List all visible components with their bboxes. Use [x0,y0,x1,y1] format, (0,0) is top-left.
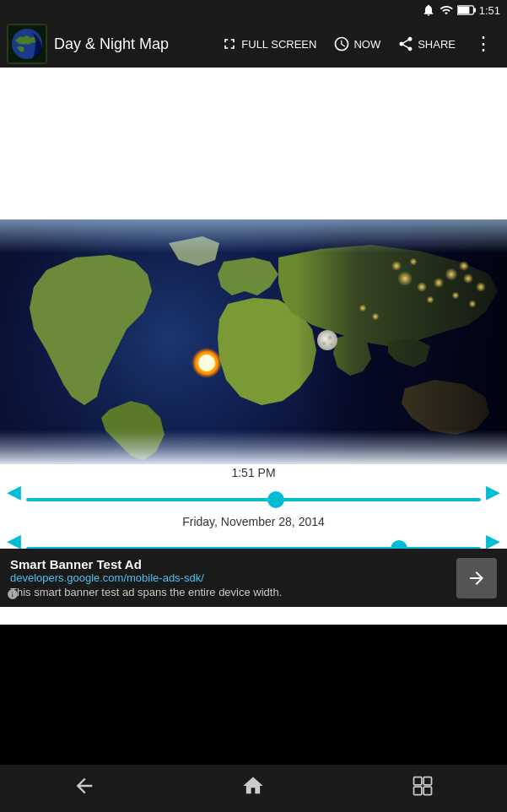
more-options-button[interactable]: ⋮ [467,30,500,58]
battery-icon [457,4,476,16]
earth-canvas [0,219,507,464]
time-slider-row: 1:51 PM ◀ ▶ [0,464,507,506]
clock-icon [333,35,350,52]
svg-rect-2 [458,7,470,14]
arrow-right-icon [467,568,487,588]
svg-rect-7 [413,787,421,794]
svg-rect-6 [423,777,431,785]
home-icon [241,774,265,798]
controls-area: 1:51 PM ◀ ▶ Friday, November 28, 2014 ◀ … [0,464,507,560]
status-bar: 1:51 [0,0,507,20]
now-label: NOW [353,38,380,51]
home-button[interactable] [221,767,285,809]
nav-bar [0,765,507,812]
app-icon [7,24,47,64]
fullscreen-icon [221,35,238,52]
banner-title: Smart Banner Test Ad [10,557,448,571]
fullscreen-button[interactable]: FULL SCREEN [216,32,321,56]
svg-rect-5 [413,777,421,785]
recent-apps-icon [411,774,434,798]
info-icon [7,588,19,604]
time-label: 1:51 PM [231,466,275,479]
back-icon [73,774,96,798]
status-time: 1:51 [479,4,500,17]
wifi-icon [439,3,454,17]
now-button[interactable]: NOW [328,32,386,56]
banner-link[interactable]: developers.google.com/mobile-ads-sdk/ [10,571,448,584]
svg-rect-1 [473,8,476,12]
share-label: SHARE [418,38,456,51]
map-container[interactable] [0,219,507,464]
date-label: Friday, November 28, 2014 [182,515,325,528]
app-title: Day & Night Map [54,35,209,53]
time-slider-thumb[interactable] [267,491,284,508]
status-icons: 1:51 [422,3,500,17]
time-slider-track[interactable] [26,498,481,501]
app-bar: Day & Night Map FULL SCREEN NOW SHARE ⋮ [0,20,507,68]
back-button[interactable] [52,767,116,809]
fullscreen-label: FULL SCREEN [241,38,316,51]
time-slider-right-arrow[interactable]: ▶ [486,481,500,503]
recent-apps-button[interactable] [391,767,455,809]
banner-arrow-button[interactable] [456,558,497,598]
smart-banner: Smart Banner Test Ad developers.google.c… [0,549,507,607]
ad-space-top [0,68,507,219]
banner-description: This smart banner test ad spans the enti… [10,586,448,598]
svg-rect-8 [423,787,431,794]
share-button[interactable]: SHARE [392,32,461,56]
notification-icon [422,3,435,17]
time-slider-left-arrow[interactable]: ◀ [7,481,21,503]
banner-text-area: Smart Banner Test Ad developers.google.c… [10,557,448,598]
share-icon [397,35,414,52]
